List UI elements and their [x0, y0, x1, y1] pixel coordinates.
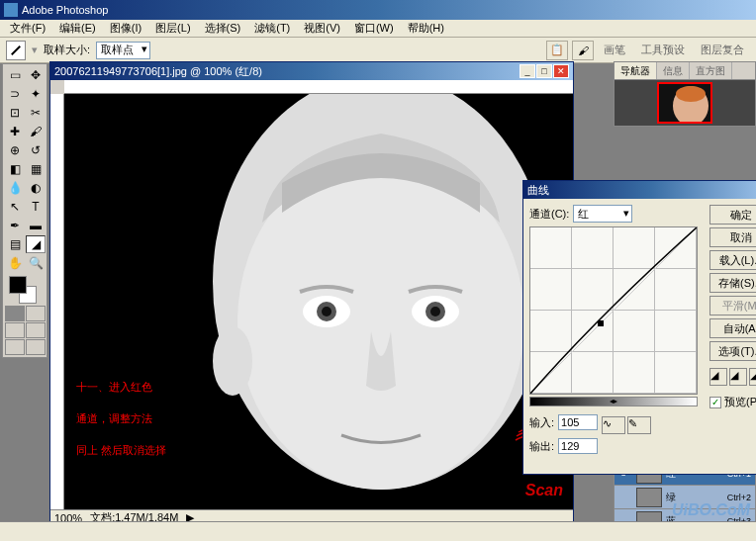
svg-line-10	[530, 227, 697, 394]
minimize-button[interactable]: _	[520, 64, 535, 78]
scan-watermark: Scan	[525, 482, 563, 499]
menu-layer[interactable]: 图层(L)	[149, 19, 196, 38]
standard-mode[interactable]	[5, 306, 25, 321]
eraser-tool[interactable]: ◧	[5, 160, 25, 178]
tab-navigator[interactable]: 导航器	[614, 62, 657, 79]
output-value[interactable]	[558, 438, 598, 454]
gradient-tool[interactable]: ▦	[26, 160, 46, 178]
pen-tool[interactable]: ✒	[5, 217, 25, 234]
doc-titlebar[interactable]: 20076211949773706[1].jpg @ 100% (红/8) _ …	[50, 62, 573, 80]
tab-histogram[interactable]: 直方图	[690, 62, 732, 79]
ok-button[interactable]: 确定	[709, 205, 756, 225]
history-brush-tool[interactable]: ↺	[26, 141, 46, 159]
curves-dialog: 曲线 ✕ 通道(C): 红 ◂▸	[522, 180, 756, 475]
menu-filter[interactable]: 滤镜(T)	[248, 19, 296, 38]
output-label: 输出:	[529, 439, 554, 454]
opt-tab-layercomp[interactable]: 图层复合	[695, 41, 750, 60]
screen-mode-2[interactable]	[26, 322, 46, 338]
stamp-tool[interactable]: ⊕	[5, 141, 25, 159]
preview-checkbox[interactable]: ✓	[709, 397, 721, 408]
ruler-vertical	[50, 94, 64, 509]
palette-well-icon[interactable]: 📋	[546, 41, 568, 60]
curve-line	[530, 227, 697, 394]
menu-help[interactable]: 帮助(H)	[402, 19, 450, 38]
foreground-color[interactable]	[9, 276, 27, 294]
channel-select[interactable]: 红	[573, 205, 632, 223]
maximize-button[interactable]: □	[536, 64, 552, 78]
input-value[interactable]	[558, 414, 598, 430]
svg-point-8	[430, 307, 440, 316]
white-point-eyedropper[interactable]: ◢	[749, 368, 756, 386]
crop-tool[interactable]: ⊡	[5, 104, 25, 122]
portrait-image	[114, 94, 569, 509]
menu-view[interactable]: 视图(V)	[298, 19, 346, 38]
opt-tab-brush[interactable]: 画笔	[598, 41, 631, 60]
canvas[interactable]: 十一、进入红色 通道，调整方法 同上 然后取消选择 Scan	[64, 94, 573, 509]
curve-mode-spline[interactable]: ∿	[602, 416, 625, 434]
options-button[interactable]: 选项(T)...	[709, 341, 756, 361]
eyedropper-tool[interactable]: ◢	[26, 235, 46, 253]
shape-tool[interactable]: ▬	[26, 217, 46, 234]
heal-tool[interactable]: ✚	[5, 123, 25, 140]
curves-title: 曲线	[527, 183, 549, 198]
workspace: ▭ ✥ ⊃ ✦ ⊡ ✂ ✚ 🖌 ⊕ ↺ ◧ ▦ 💧 ◐ ↖ T ✒ ▬ ▤ ◢ …	[0, 63, 756, 521]
cancel-button[interactable]: 取消	[709, 227, 756, 247]
smooth-button: 平滑(M)	[709, 296, 756, 316]
gradient-bar[interactable]: ◂▸	[529, 397, 698, 406]
lasso-tool[interactable]: ⊃	[5, 85, 25, 103]
svg-point-5	[322, 307, 331, 316]
visibility-icon[interactable]	[618, 491, 632, 504]
notes-tool[interactable]: ▤	[5, 235, 25, 253]
menu-window[interactable]: 窗口(W)	[348, 19, 400, 38]
toolbox: ▭ ✥ ⊃ ✦ ⊡ ✂ ✚ 🖌 ⊕ ↺ ◧ ▦ 💧 ◐ ↖ T ✒ ▬ ▤ ◢ …	[2, 63, 47, 358]
dodge-tool[interactable]: ◐	[26, 179, 46, 197]
curve-graph[interactable]	[529, 226, 698, 395]
input-label: 输入:	[529, 415, 554, 430]
site-watermark: UiBO.CoM	[672, 501, 750, 519]
move-tool[interactable]: ✥	[26, 66, 46, 84]
hand-tool[interactable]: ✋	[5, 254, 25, 272]
menu-edit[interactable]: 编辑(E)	[53, 19, 102, 38]
screen-mode-3[interactable]	[5, 339, 25, 355]
curves-titlebar[interactable]: 曲线 ✕	[523, 181, 756, 199]
load-button[interactable]: 载入(L)...	[709, 250, 756, 270]
sample-size-select[interactable]: 取样点	[96, 42, 150, 59]
save-button[interactable]: 存储(S)...	[709, 273, 756, 293]
opt-tab-preset[interactable]: 工具预设	[635, 41, 691, 60]
black-point-eyedropper[interactable]: ◢	[709, 368, 727, 386]
quickmask-mode[interactable]	[26, 306, 46, 321]
zoom-tool[interactable]: 🔍	[26, 254, 46, 272]
brush-preset-icon[interactable]: 🖌	[572, 41, 594, 60]
close-button[interactable]: ✕	[553, 64, 569, 78]
app-title: Adobe Photoshop	[22, 4, 108, 16]
marquee-tool[interactable]: ▭	[5, 66, 25, 84]
slice-tool[interactable]: ✂	[26, 104, 46, 122]
svg-point-13	[676, 86, 706, 102]
preview-label: 预览(P)	[724, 395, 756, 409]
menu-image[interactable]: 图像(I)	[104, 19, 147, 38]
color-swatch[interactable]	[3, 274, 47, 304]
menubar: 文件(F) 编辑(E) 图像(I) 图层(L) 选择(S) 滤镜(T) 视图(V…	[0, 20, 756, 38]
wand-tool[interactable]: ✦	[26, 85, 46, 103]
blur-tool[interactable]: 💧	[5, 179, 25, 197]
path-tool[interactable]: ↖	[5, 198, 25, 216]
navigator-preview[interactable]	[614, 80, 755, 126]
menu-select[interactable]: 选择(S)	[199, 19, 247, 38]
document-window: 20076211949773706[1].jpg @ 100% (红/8) _ …	[49, 61, 574, 524]
curve-mode-pencil[interactable]: ✎	[627, 416, 651, 434]
navigator-panel: 导航器 信息 直方图	[614, 61, 756, 127]
app-statusbar	[0, 521, 756, 541]
gray-point-eyedropper[interactable]: ◢	[729, 368, 747, 386]
screen-mode-1[interactable]	[5, 322, 25, 338]
annotation-text: 十一、进入红色 通道，调整方法 同上 然后取消选择	[76, 371, 166, 466]
imageready-jump[interactable]	[26, 339, 46, 355]
svg-point-9	[213, 326, 252, 396]
channel-label: 通道(C):	[529, 207, 569, 222]
type-tool[interactable]: T	[26, 198, 46, 216]
menu-file[interactable]: 文件(F)	[4, 19, 51, 38]
curve-point[interactable]	[598, 320, 604, 326]
brush-tool[interactable]: 🖌	[26, 123, 46, 140]
eyedropper-tool-icon[interactable]	[6, 41, 26, 60]
auto-button[interactable]: 自动(A)	[709, 318, 756, 338]
tab-info[interactable]: 信息	[657, 62, 690, 79]
